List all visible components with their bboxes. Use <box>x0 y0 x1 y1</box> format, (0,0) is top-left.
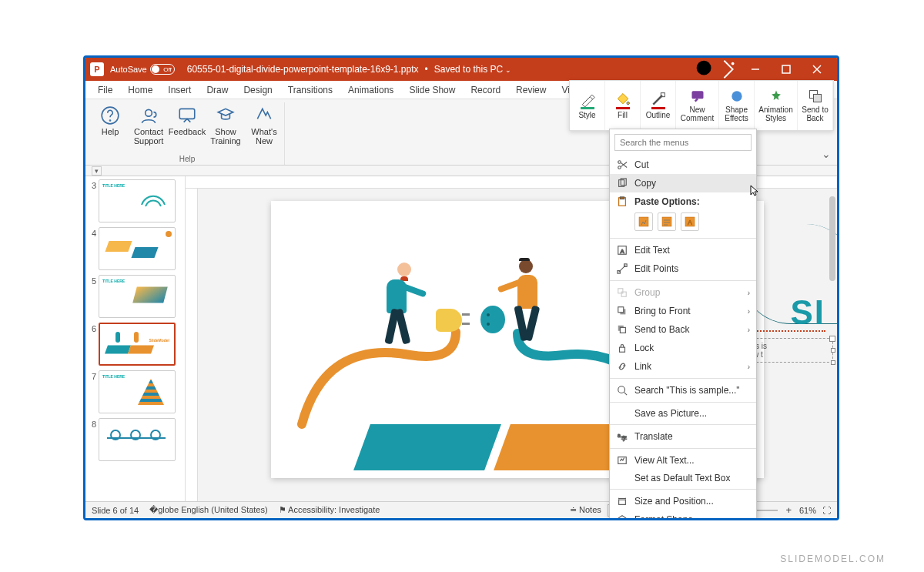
svg-line-3 <box>710 74 716 80</box>
close-button[interactable] <box>802 58 832 81</box>
tab-review[interactable]: Review <box>508 82 554 99</box>
clipboard-icon <box>616 196 628 208</box>
svg-point-13 <box>627 102 629 104</box>
ctx-copy[interactable]: Copy <box>610 174 756 192</box>
svg-rect-39 <box>620 347 625 352</box>
paste-option-2[interactable] <box>658 212 676 231</box>
ctx-bring-to-front[interactable]: Bring to Front› <box>610 302 756 320</box>
fill-button[interactable]: Fill <box>605 81 641 130</box>
svg-rect-6 <box>782 65 790 73</box>
feedback-button[interactable]: Feedback <box>170 102 204 149</box>
animation-styles-button[interactable]: Animation Styles <box>755 81 798 130</box>
save-state[interactable]: Saved to this PC ⌄ <box>434 64 512 75</box>
zoom-value[interactable]: 61% <box>799 506 816 515</box>
slide-thumbnails-panel[interactable]: 3TITLE HERE 4 5TITLE HERE 6SlideModel 7T… <box>85 176 186 501</box>
ctx-view-alt-text[interactable]: View Alt Text... <box>610 451 756 470</box>
autosave-toggle[interactable]: AutoSave Off <box>110 64 175 75</box>
tab-insert[interactable]: Insert <box>160 82 199 99</box>
qat-dropdown[interactable]: ▾ <box>92 166 102 176</box>
person-left <box>387 263 411 313</box>
edit-text-icon: A <box>616 244 628 256</box>
help-button[interactable]: Help <box>93 102 127 149</box>
thumbnail-8[interactable] <box>99 418 176 461</box>
show-training-button[interactable]: Show Training <box>209 102 243 149</box>
title-bar: P AutoSave Off 60555-01-digital-divide-p… <box>85 58 837 81</box>
svg-text:字: 字 <box>621 436 627 441</box>
context-search[interactable] <box>614 134 752 151</box>
shape-effects-button[interactable]: Shape Effects <box>719 81 755 130</box>
tab-file[interactable]: File <box>90 82 120 99</box>
thumbnail-5[interactable]: TITLE HERE <box>99 275 176 318</box>
tab-animations[interactable]: Animations <box>340 82 401 99</box>
powerpoint-icon: P <box>90 62 104 76</box>
svg-text:a: a <box>618 433 621 438</box>
svg-point-20 <box>618 161 621 164</box>
outline-button[interactable]: Outline <box>641 81 676 130</box>
ctx-cut[interactable]: Cut <box>610 156 756 174</box>
ctx-lock[interactable]: Lock <box>610 339 756 357</box>
tab-home[interactable]: Home <box>120 82 160 99</box>
svg-rect-36 <box>618 307 624 313</box>
slide-counter[interactable]: Slide 6 of 14 <box>92 506 139 515</box>
autosave-label: AutoSave <box>110 65 147 74</box>
svg-point-19 <box>618 166 621 169</box>
fit-to-window[interactable]: ⛶ <box>822 506 831 515</box>
tab-slideshow[interactable]: Slide Show <box>401 82 463 99</box>
ctx-paste-options: Paste Options: <box>610 192 756 211</box>
tab-record[interactable]: Record <box>463 82 508 99</box>
ctx-group: Group› <box>610 283 756 302</box>
ctx-set-default-textbox[interactable]: Set as Default Text Box <box>610 470 756 487</box>
powerpoint-window: P AutoSave Off 60555-01-digital-divide-p… <box>83 55 839 520</box>
language-status[interactable]: �globe English (United States) <box>149 505 267 515</box>
whats-new-button[interactable]: What's New <box>247 102 281 149</box>
ctx-link[interactable]: Link› <box>610 357 756 376</box>
notes-button[interactable]: ≐ Notes <box>570 505 601 515</box>
paste-option-1[interactable] <box>634 212 653 231</box>
person-right <box>517 259 537 309</box>
contextual-mini-toolbar: Style Fill Outline New Comment Shape Eff… <box>569 80 834 131</box>
translate-icon: a字 <box>616 430 628 443</box>
ctx-format-shape[interactable]: Format Shape... <box>610 510 756 520</box>
ctx-send-to-back[interactable]: Send to Back› <box>610 320 756 339</box>
vertical-scrollbar[interactable] <box>829 196 835 281</box>
thumbnail-3[interactable]: TITLE HERE <box>99 179 176 222</box>
context-search-input[interactable] <box>614 134 752 151</box>
svg-rect-24 <box>620 197 624 199</box>
new-comment-button[interactable]: New Comment <box>676 81 719 130</box>
svg-rect-34 <box>621 292 626 296</box>
ctx-search-selection[interactable]: Search "This is sample..." <box>610 381 756 400</box>
contact-support-button[interactable]: Contact Support <box>132 102 166 149</box>
maximize-button[interactable] <box>771 58 802 81</box>
tab-design[interactable]: Design <box>236 82 280 99</box>
send-to-back-button[interactable]: Send to Back <box>798 81 833 130</box>
thumbnail-7[interactable]: TITLE HERE <box>99 370 176 413</box>
thumbnail-4[interactable] <box>99 227 176 270</box>
svg-point-10 <box>109 120 110 121</box>
zoom-in[interactable]: + <box>784 504 793 516</box>
send-back-icon <box>616 323 628 336</box>
tab-transitions[interactable]: Transitions <box>280 82 340 99</box>
svg-rect-38 <box>620 327 625 333</box>
tab-draw[interactable]: Draw <box>199 82 236 99</box>
ribbon-collapse-icon[interactable]: ⌄ <box>822 148 831 160</box>
ctx-save-as-picture[interactable]: Save as Picture... <box>610 405 756 422</box>
ctx-translate[interactable]: a字Translate <box>610 427 756 446</box>
format-shape-icon <box>616 513 628 520</box>
search-icon[interactable] <box>694 58 717 81</box>
style-button[interactable]: Style <box>570 81 605 130</box>
mic-icon[interactable] <box>717 58 740 81</box>
scissors-icon <box>616 159 628 171</box>
ctx-edit-text[interactable]: AEdit Text <box>610 241 756 259</box>
svg-rect-18 <box>813 95 821 102</box>
accessibility-status[interactable]: ⚑ Accessibility: Investigate <box>279 505 380 515</box>
cursor-pointer <box>749 184 762 199</box>
ctx-size-and-position[interactable]: Size and Position... <box>610 492 756 510</box>
paste-options-row: A <box>610 211 756 236</box>
socket-teal <box>480 306 505 333</box>
edit-points-icon <box>616 263 628 275</box>
autosave-pill[interactable]: Off <box>150 64 175 75</box>
minimize-button[interactable] <box>740 58 771 81</box>
ctx-edit-points[interactable]: Edit Points <box>610 259 756 278</box>
paste-option-3[interactable]: A <box>681 212 699 231</box>
thumbnail-6[interactable]: SlideModel <box>99 323 176 366</box>
